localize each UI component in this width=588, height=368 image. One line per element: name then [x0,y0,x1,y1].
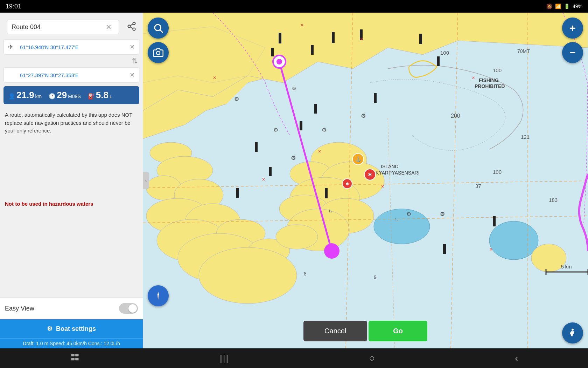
left-panel: ✕ ✈ 61°16.948'N 30°17.477'E ✕ ⇅ 61°27.39… [0,13,143,348]
share-button[interactable] [124,19,139,34]
toggle-knob [128,304,137,313]
svg-text:37: 37 [475,183,481,189]
warning-text: Not to be used in hazardous waters [0,199,143,212]
svg-rect-53 [437,56,440,66]
nav-back-arrow-button[interactable]: ‹ [501,350,532,367]
svg-point-27 [276,225,318,249]
nav-back-button[interactable] [56,349,94,367]
svg-rect-55 [493,216,496,226]
svg-text:121: 121 [521,134,530,140]
distance-unit: km [35,94,42,99]
svg-text:⚙: ⚙ [292,86,296,91]
fuel-icon: ⛽ [88,93,95,100]
map-svg: ⚓ ✱ ✱ ⚙ ⚙ ⚙ ⚙ ⚙ ⚙ ⚙ ⚙ ✕ ✕ ✕ ✕ ✕ ✕ ✕ ✕ 20… [143,13,588,348]
svg-text:⚙: ⚙ [361,113,366,119]
distance-stat: 👤 21.9 km [8,90,42,101]
svg-point-29 [489,221,538,260]
map-camera-button[interactable] [148,42,169,63]
svg-rect-56 [443,244,446,254]
svg-rect-41 [279,33,281,43]
svg-text:✕: ✕ [381,184,384,189]
svg-rect-110 [75,358,78,360]
accessibility-button[interactable] [562,322,583,343]
action-buttons: Cancel Go [303,321,427,341]
route-name-input[interactable] [12,23,106,31]
svg-text:1₂: 1₂ [328,209,332,213]
svg-rect-51 [325,188,328,198]
waypoint-2-clear[interactable]: ✕ [130,71,135,79]
time-stat: 🕐 29 M09S [49,90,81,101]
status-icons: 🔕 📶 🔋 49% [546,4,582,9]
svg-text:✕: ✕ [213,75,216,80]
route-info-text: A route, automatically calculated by thi… [0,106,143,199]
svg-text:✕: ✕ [318,149,321,154]
status-bar: 19:01 🔕 📶 🔋 49% [0,0,588,13]
battery-icon: 🔋 [564,4,570,9]
stats-bar: 👤 21.9 km 🕐 29 M09S ⛽ 5.8 L [4,86,139,104]
navigation-icon: ✈ [8,43,16,51]
easy-view-toggle[interactable] [119,303,138,314]
svg-text:⚙: ⚙ [322,127,327,133]
svg-point-39 [276,59,282,64]
svg-point-1 [128,25,131,28]
battery-percent: 49% [573,4,582,9]
map-area[interactable]: ⚓ ✱ ✱ ⚙ ⚙ ⚙ ⚙ ⚙ ⚙ ⚙ ⚙ ✕ ✕ ✕ ✕ ✕ ✕ ✕ ✕ 20… [143,13,588,348]
svg-line-3 [130,27,133,29]
zoom-in-button[interactable]: + [562,18,583,39]
svg-rect-49 [269,167,272,176]
go-button[interactable]: Go [369,321,427,341]
svg-rect-42 [271,48,274,56]
svg-text:⚙: ⚙ [234,96,239,102]
time-value: 29 [57,90,67,101]
compass-button[interactable] [148,285,169,306]
fuel-unit: L [110,94,112,99]
svg-line-101 [160,30,163,33]
nav-home-button[interactable]: ○ [355,350,389,367]
svg-rect-54 [419,34,422,44]
svg-point-102 [156,51,160,55]
distance-value: 21.9 [16,90,34,101]
svg-text:100: 100 [493,67,502,73]
svg-text:PROHIBITED: PROHIBITED [475,83,505,89]
clock-icon: 🕐 [49,93,56,100]
easy-view-label: Easy View [5,305,34,312]
svg-rect-52 [374,93,377,103]
svg-text:✕: ✕ [489,247,493,252]
svg-text:183: 183 [549,197,558,203]
svg-text:✱: ✱ [345,182,349,186]
zoom-out-button[interactable]: − [562,42,583,63]
svg-text:FISHING: FISHING [479,77,499,83]
svg-rect-109 [71,358,75,360]
cancel-button[interactable]: Cancel [303,321,367,341]
svg-point-105 [158,295,159,297]
search-clear-icon[interactable]: ✕ [106,23,112,31]
svg-text:9: 9 [374,274,377,280]
boat-settings-button[interactable]: ⚙ Boat settings [0,319,143,338]
svg-rect-108 [75,354,78,356]
collapse-panel-button[interactable]: ‹ [143,172,149,189]
easy-view-row: Easy View [0,297,143,319]
svg-text:100: 100 [493,169,502,175]
nav-menu-button[interactable]: ||| [206,350,243,367]
route-search: ✕ [7,20,119,34]
svg-rect-44 [332,32,335,43]
svg-text:ISLAND: ISLAND [381,164,399,169]
swap-waypoints-button[interactable]: ⇅ [0,57,143,65]
svg-text:✕: ✕ [360,37,363,42]
svg-rect-50 [236,188,239,198]
svg-point-2 [133,28,135,30]
svg-text:✕: ✕ [472,76,475,80]
draft-info: Draft: 1.0 m Speed: 45.0km/h Cons.: 12.0… [0,338,143,348]
svg-text:⚙: ⚙ [406,211,411,217]
waypoint-2-coords[interactable]: 61°27.397'N 30°27.358'E [20,72,126,78]
waypoint-1-clear[interactable]: ✕ [130,43,135,51]
svg-text:⚙: ⚙ [291,155,296,161]
svg-text:✕: ✕ [262,177,265,182]
time-unit: M09S [68,94,81,99]
svg-text:5 km: 5 km [561,264,572,270]
svg-point-19 [199,247,297,304]
svg-rect-46 [314,104,317,114]
map-search-button[interactable] [148,18,169,39]
svg-rect-107 [71,354,75,356]
waypoint-1-coords[interactable]: 61°16.948'N 30°17.477'E [20,44,126,50]
